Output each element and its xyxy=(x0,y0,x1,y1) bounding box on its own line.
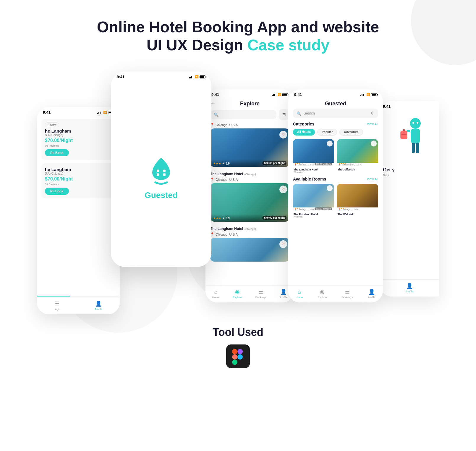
svg-rect-14 xyxy=(362,94,362,96)
scroll-fill xyxy=(37,296,70,297)
guested-search-row[interactable]: 🔍 Search 🎙 xyxy=(293,109,378,118)
hotel-grid-info-1: The Langham Hotel (Chicago) xyxy=(293,167,334,173)
home-icon: ⌂ xyxy=(214,289,217,295)
phone-guested-home: 9:41 🛜 Guested 🔍 Search xyxy=(288,89,383,302)
rebook-button-2[interactable]: Re Book xyxy=(45,188,69,195)
location-row-2: 📍 Chicago, U.S.A xyxy=(205,178,294,183)
hotel-room-info-2: The Waldorf xyxy=(337,212,378,216)
chip-popular[interactable]: Popular xyxy=(317,129,337,136)
nav-home-label: Home xyxy=(212,296,219,299)
nav-item-bookings[interactable]: ☰ ings xyxy=(54,300,59,311)
nav-label-bookings: ings xyxy=(54,308,59,311)
status-bar-center: 9:41 🛜 xyxy=(111,72,211,80)
wifi-icon-right: 🛜 xyxy=(366,93,370,96)
phones-container: 9:41 📶 Review xyxy=(31,72,445,314)
nav-home-guested[interactable]: ⌂ Home xyxy=(296,289,303,299)
hotel-grid-info-2: The Jefferson xyxy=(337,167,378,171)
signal-icon-right xyxy=(360,93,365,96)
nav-explore-guested[interactable]: ◉ Explore xyxy=(318,289,327,299)
chip-adventure[interactable]: Adventure xyxy=(339,129,363,136)
price-badge-sm-1: $70.00 per Night xyxy=(315,163,332,165)
rebook-button-1[interactable]: Re Book xyxy=(45,149,69,156)
get-app-title: Get y xyxy=(380,165,439,174)
status-bar-explore: 9:41 🛜 xyxy=(205,89,294,98)
guested-search-input[interactable]: Search xyxy=(304,111,368,115)
hotel-room-card-1: ♡ ★★★ ★ 3.9 $70.00 per Night 📍 Chicago, … xyxy=(293,184,334,218)
nav-profile-guested[interactable]: 👤 Profile xyxy=(368,289,375,299)
hotel-grid-rating-1: ★★★ ★ 3.9 xyxy=(295,160,307,165)
hotel-sub-1: S.A (Chicago) xyxy=(45,133,112,137)
battery-icon-explore xyxy=(282,93,288,96)
nav-bookings-label: Bookings xyxy=(255,296,266,299)
mic-icon[interactable]: 🎙 xyxy=(370,111,375,116)
booking-item-2: he Langham S.A (Chicago) $70.00/Night 59… xyxy=(41,163,115,198)
hotel-room-name-1: The Primland Hotel xyxy=(294,213,333,216)
status-bar-far-right: 9:41 xyxy=(380,101,439,112)
svg-rect-1 xyxy=(98,112,99,114)
hotel-info-1: The Langham Hotel (Chicago) xyxy=(205,171,294,178)
hotel-overlay-2: ★★★ ★ 3.9 $70.00 per Night xyxy=(210,214,289,222)
status-time: 9:41 xyxy=(43,110,51,115)
phone-bookings-partial: 9:41 📶 Review xyxy=(37,107,120,314)
nav-profile-explore[interactable]: 👤 Profile xyxy=(280,289,288,299)
search-filter-row: 🔍 ⊟ xyxy=(205,109,294,123)
chip-all-hotels[interactable]: All Hotels xyxy=(293,129,315,136)
status-time-explore: 9:41 xyxy=(211,92,219,97)
profile-icon: 👤 xyxy=(95,300,102,307)
star-empty-room-1: ★ xyxy=(301,207,303,209)
nav-label-profile: Profile xyxy=(95,308,102,311)
wifi-icon: 📶 xyxy=(103,111,107,114)
stars-sm-2: ★★★★ xyxy=(339,162,346,165)
nav-bookings-guested[interactable]: ☰ Bookings xyxy=(342,289,353,299)
hotel-name-card-2: The Langham Hotel xyxy=(210,227,243,231)
hotel-grid-overlay-2: ★★★★ xyxy=(337,159,378,167)
guested-header: Guested xyxy=(288,98,383,109)
bookings-icon-guested: ☰ xyxy=(345,289,350,295)
hotel-grid-card-2: ♡ ★★★★ 📍 Washington, U.S.A The Jefferson xyxy=(337,139,378,173)
rating-num-room-1: 3.9 xyxy=(305,207,307,209)
svg-rect-9 xyxy=(163,173,166,176)
explore-search-box[interactable]: 🔍 xyxy=(210,110,276,119)
profile-icon-guested: 👤 xyxy=(368,289,375,295)
status-time-far-right: 9:41 xyxy=(383,104,391,109)
svg-rect-28 xyxy=(232,360,237,365)
tool-section: Tool Used xyxy=(0,326,476,368)
stars-room-2: ★★★★ xyxy=(339,207,346,209)
hotel-reviews-2: 59 Reviews xyxy=(45,183,112,186)
nav-profile-guested-label: Profile xyxy=(368,296,375,299)
guested-logo-icon xyxy=(146,156,176,186)
hotel-sub-card-2: (Chicago) xyxy=(245,228,256,231)
status-bar-right: 9:41 🛜 xyxy=(288,89,383,98)
nav-home-explore[interactable]: ⌂ Home xyxy=(212,289,219,299)
nav-profile-far-right[interactable]: 👤 Profile xyxy=(406,283,413,293)
nav-explore-explore[interactable]: ◉ Explore xyxy=(233,289,242,299)
hotel-rating-2: ★★★ ★ 3.9 xyxy=(213,217,230,220)
svg-rect-12 xyxy=(274,94,275,96)
rating-num-sm-1: 3.9 xyxy=(305,162,307,165)
nav-item-profile[interactable]: 👤 Profile xyxy=(95,300,102,311)
view-all-categories[interactable]: View All xyxy=(367,122,378,126)
explore-header: ← Explore xyxy=(205,98,294,109)
hotel-overlay-1: ★★★ ★ 3.9 $70.00 per Night xyxy=(210,159,289,167)
hotel-image-3 xyxy=(210,238,289,262)
view-all-rooms[interactable]: View All xyxy=(367,177,378,181)
phone-explore: 9:41 🛜 ← Explore 🔍 xyxy=(205,89,294,302)
figma-svg xyxy=(231,347,245,365)
stars-room-1: ★★★ xyxy=(295,207,300,209)
svg-rect-8 xyxy=(157,173,159,176)
figma-icon xyxy=(226,344,250,368)
page-title-line2: UI UX Design Case study xyxy=(0,36,476,54)
signal-icon xyxy=(97,111,102,114)
booking-item-1: Review he Langham S.A (Chicago) $70.00/N… xyxy=(41,119,115,160)
splash-logo-text: Guested xyxy=(145,191,178,200)
svg-point-30 xyxy=(237,354,243,360)
svg-rect-10 xyxy=(272,95,273,96)
nav-bookings-guested-label: Bookings xyxy=(342,296,353,299)
bg-decoration-top-right xyxy=(411,0,476,65)
status-bar-left: 9:41 📶 xyxy=(37,107,120,116)
svg-rect-18 xyxy=(412,143,415,153)
filter-button[interactable]: ⊟ xyxy=(279,109,289,120)
hotels-grid-rooms: ♡ ★★★ ★ 3.9 $70.00 per Night 📍 Chicago, … xyxy=(288,184,383,221)
header: Online Hotel Booking App and website UI … xyxy=(0,18,476,54)
nav-bookings-explore[interactable]: ☰ Bookings xyxy=(255,289,266,299)
